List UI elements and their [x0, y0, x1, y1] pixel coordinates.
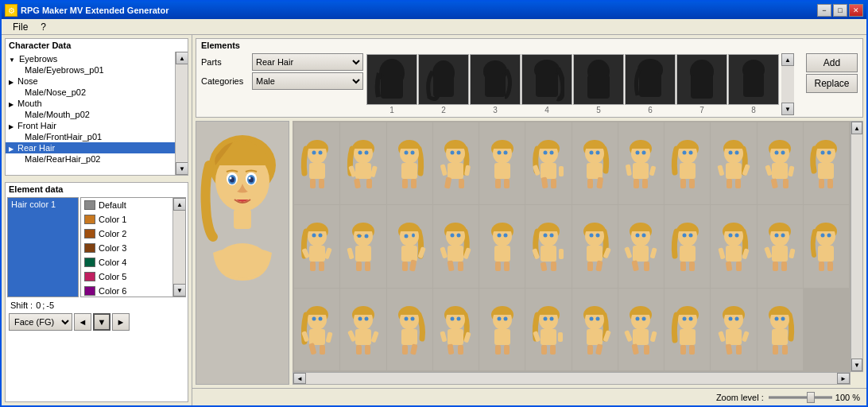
sprite-cell[interactable] [294, 205, 339, 287]
thumbnail-3[interactable]: 3 [470, 54, 521, 114]
color-scroll-up[interactable]: ▲ [173, 198, 186, 211]
sprite-cell[interactable] [711, 205, 756, 287]
tree-item-mouth-file[interactable]: Male/Mouth_p02 [6, 109, 175, 120]
sprite-cell[interactable] [758, 205, 803, 287]
color-scroll-down[interactable]: ▼ [173, 284, 186, 297]
svg-point-31 [312, 151, 316, 155]
sprite-cell[interactable] [572, 122, 618, 204]
thumb-scroll-up[interactable]: ▲ [781, 53, 794, 66]
tree-item-nose-file-label: Male/Nose_p02 [25, 87, 86, 97]
thumbnail-2[interactable]: 2 [418, 54, 469, 114]
sprite-cell[interactable] [525, 122, 571, 204]
sprite-cell[interactable] [665, 122, 710, 204]
sprite-scroll-left[interactable]: ◄ [293, 373, 306, 384]
close-button[interactable]: ✕ [849, 4, 863, 17]
thumbnail-4[interactable]: 4 [521, 54, 572, 114]
parts-dropdown[interactable]: Rear Hair Front Hair Eyebrows Nose Mouth [252, 53, 363, 71]
face-dropdown[interactable]: Face (FG) Face (BG) Body Full [9, 313, 72, 331]
tree-item-nose[interactable]: ▶ Nose [6, 76, 175, 87]
tree-item-mouth[interactable]: ▶ Mouth [6, 98, 175, 109]
color-item-4[interactable]: Color 4 [81, 255, 172, 269]
sprite-cell[interactable] [387, 289, 432, 370]
sprite-scroll-right[interactable]: ► [837, 373, 850, 384]
sprite-scroll-up[interactable]: ▲ [851, 122, 862, 134]
sprite-cell[interactable] [433, 122, 479, 204]
svg-rect-140 [347, 248, 354, 260]
nav-left-button[interactable]: ◄ [74, 313, 91, 331]
tree-item-rear-hair-file[interactable]: Male/RearHair_p02 [6, 153, 175, 165]
sprite-cell[interactable] [758, 289, 803, 370]
nav-down-button[interactable]: ▼ [93, 313, 110, 331]
sprite-scroll-track-x[interactable] [306, 373, 837, 384]
color-item-2[interactable]: Color 2 [81, 227, 172, 241]
sprite-cell[interactable] [711, 289, 756, 370]
color-scroll-track[interactable] [173, 211, 185, 284]
color-item-3[interactable]: Color 3 [81, 241, 172, 255]
thumb-scroll-track[interactable] [781, 66, 794, 103]
tree-item-eyebrows-file[interactable]: Male/Eyebrows_p01 [6, 64, 175, 76]
sprite-cell[interactable] [340, 205, 386, 287]
tree-item-rear-hair[interactable]: ▶ Rear Hair [6, 142, 175, 153]
sprite-cell[interactable] [525, 289, 571, 370]
sprite-cell[interactable] [340, 289, 386, 370]
sprite-scroll-track-y[interactable] [851, 134, 862, 359]
thumb-scroll-down[interactable]: ▼ [781, 103, 794, 115]
tree-scroll-down[interactable]: ▼ [176, 162, 188, 175]
tree-item-front-hair-file[interactable]: Male/FrontHair_p01 [6, 131, 175, 142]
sprite-cell[interactable] [433, 205, 479, 287]
sprite-cell[interactable] [665, 205, 710, 287]
svg-rect-296 [689, 345, 695, 355]
sprite-cell[interactable] [618, 289, 664, 370]
sprite-cell[interactable] [711, 122, 756, 204]
color-label-1: Color 1 [99, 215, 126, 224]
nav-right-button[interactable]: ► [112, 313, 130, 331]
sprite-cell[interactable] [665, 289, 710, 370]
sprite-cell[interactable] [294, 122, 339, 204]
sprite-cell[interactable] [525, 205, 571, 287]
maximize-button[interactable]: □ [833, 4, 847, 17]
svg-point-39 [364, 151, 368, 155]
sprite-cell[interactable] [340, 122, 386, 204]
sprite-cell[interactable] [758, 122, 803, 204]
sprite-cell[interactable] [618, 205, 664, 287]
svg-rect-215 [789, 249, 795, 259]
thumbnail-5[interactable]: 5 [573, 54, 624, 114]
sprite-scroll-down[interactable]: ▼ [851, 359, 862, 371]
sprite-cell[interactable] [572, 289, 618, 370]
sprite-cell[interactable] [479, 122, 525, 204]
hair-color-label[interactable]: Hair color 1 [7, 197, 79, 297]
tree-scroll-track[interactable] [176, 64, 188, 162]
tree-scroll-up[interactable]: ▲ [176, 52, 188, 64]
sprite-cell[interactable] [618, 122, 664, 204]
sprite-cell[interactable] [479, 289, 525, 370]
sprite-cell[interactable] [387, 205, 432, 287]
replace-button[interactable]: Replace [806, 74, 858, 93]
tree-item-front-hair[interactable]: ▶ Front Hair [6, 120, 175, 131]
sprite-cell[interactable] [479, 205, 525, 287]
color-item-5[interactable]: Color 5 [81, 269, 172, 284]
minimize-button[interactable]: − [817, 4, 831, 17]
color-item-default[interactable]: Default [81, 198, 172, 212]
menu-help[interactable]: ? [34, 20, 52, 34]
svg-point-96 [688, 151, 692, 155]
thumbnail-6[interactable]: 6 [625, 54, 676, 114]
sprite-cell[interactable] [294, 289, 339, 370]
color-item-1[interactable]: Color 1 [81, 212, 172, 227]
add-button[interactable]: Add [806, 53, 858, 72]
thumbnail-8[interactable]: 8 [728, 54, 779, 114]
sprite-cell[interactable] [572, 205, 618, 287]
sprite-cell[interactable] [433, 289, 479, 370]
thumbnail-1[interactable]: 1 [366, 54, 417, 114]
thumbnail-7[interactable]: 7 [676, 54, 727, 114]
categories-dropdown[interactable]: Male Female [252, 72, 363, 90]
zoom-slider[interactable] [769, 396, 832, 399]
sprite-cell[interactable] [804, 122, 849, 204]
menu-file[interactable]: File [6, 20, 34, 34]
svg-point-294 [688, 316, 692, 320]
sprite-cell[interactable] [804, 205, 849, 287]
zoom-thumb[interactable] [807, 392, 815, 403]
tree-item-eyebrows[interactable]: ▼ Eyebrows [6, 53, 175, 64]
sprite-cell[interactable] [387, 122, 432, 204]
color-item-6[interactable]: Color 6 [81, 284, 172, 297]
tree-item-nose-file[interactable]: Male/Nose_p02 [6, 87, 175, 98]
